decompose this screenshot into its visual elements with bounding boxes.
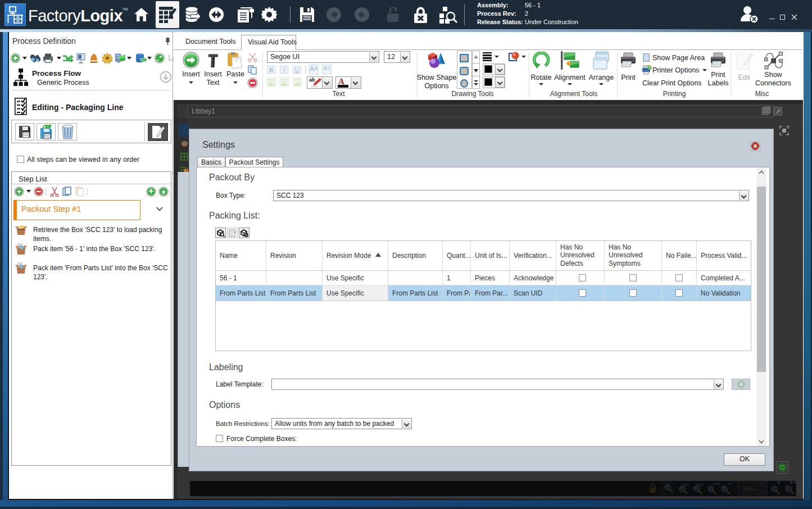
svg-text:?: ? bbox=[648, 66, 651, 69]
svg-text:36%: 36% bbox=[742, 485, 756, 493]
